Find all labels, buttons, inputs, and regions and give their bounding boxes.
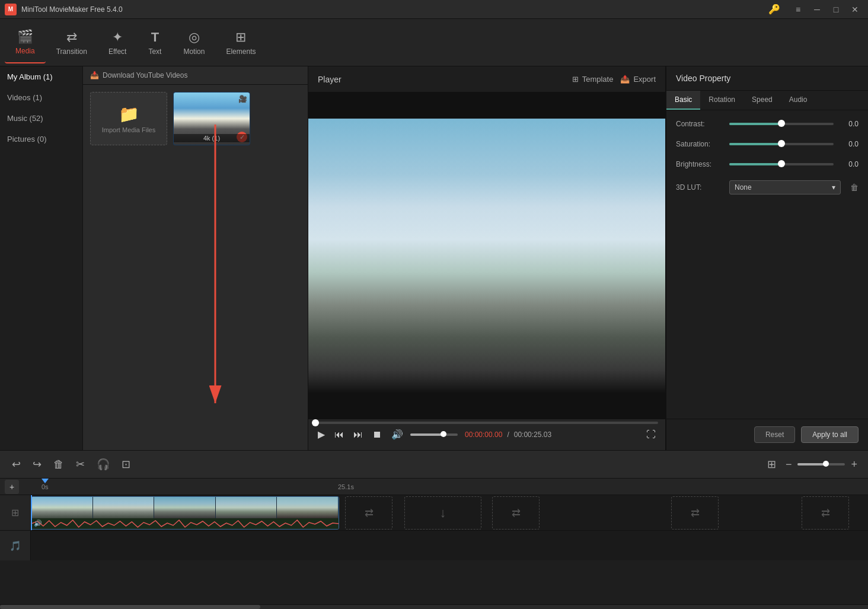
- transition-icon: ⇄: [66, 30, 77, 45]
- left-section: My Album (1) Videos (1) Music (52) Pictu…: [0, 66, 308, 450]
- progress-thumb[interactable]: [312, 419, 319, 426]
- zoom-out-button[interactable]: −: [782, 457, 796, 472]
- youtube-icon: 📥: [90, 71, 99, 79]
- zoom-thumb[interactable]: [823, 461, 829, 467]
- zoom-slider[interactable]: [797, 463, 845, 465]
- contrast-slider[interactable]: [729, 123, 834, 125]
- transition-slot-3-icon: ⇄: [691, 506, 700, 519]
- contrast-row: Contrast: 0.0: [676, 120, 859, 128]
- progress-bar[interactable]: [315, 422, 658, 424]
- toolbar-motion[interactable]: ◎ Motion: [173, 22, 215, 63]
- brightness-slider[interactable]: [729, 163, 834, 165]
- sidebar-item-album[interactable]: My Album (1): [0, 66, 82, 87]
- sidebar-item-music[interactable]: Music (52): [0, 108, 82, 129]
- cut-button[interactable]: ✂: [71, 455, 90, 473]
- lut-delete-button[interactable]: 🗑: [850, 183, 859, 192]
- transition-slot-4[interactable]: ⇄: [802, 496, 849, 530]
- saturation-thumb[interactable]: [778, 140, 785, 147]
- media-label: Media: [15, 47, 35, 55]
- text-icon: T: [151, 30, 159, 45]
- apply-all-button[interactable]: Apply to all: [801, 426, 859, 443]
- main-toolbar: 🎬 Media ⇄ Transition ✦ Effect T Text ◎ M…: [0, 19, 868, 66]
- property-tabs: Basic Rotation Speed Audio: [666, 91, 868, 110]
- toolbar-elements[interactable]: ⊞ Elements: [215, 22, 266, 63]
- undo-button[interactable]: ↩: [7, 455, 25, 473]
- clip-frame-1: [31, 497, 93, 518]
- tab-rotation[interactable]: Rotation: [700, 91, 743, 110]
- zoom-in-button[interactable]: +: [847, 457, 861, 472]
- toolbar-media[interactable]: 🎬 Media: [5, 22, 46, 63]
- tab-audio[interactable]: Audio: [781, 91, 816, 110]
- import-media-placeholder[interactable]: 📁 Import Media Files: [90, 92, 167, 145]
- volume-thumb[interactable]: [441, 431, 446, 437]
- template-icon: ⊞: [572, 75, 579, 84]
- minimize-button[interactable]: ─: [809, 3, 825, 16]
- sidebar-item-pictures[interactable]: Pictures (0): [0, 129, 82, 149]
- stop-button[interactable]: ⏹: [370, 428, 384, 441]
- maximize-button[interactable]: □: [828, 3, 844, 16]
- download-youtube-button[interactable]: 📥 Download YouTube Videos: [90, 71, 187, 79]
- timeline-header: + 0s 25.1s: [0, 479, 868, 495]
- player-title: Player: [318, 75, 342, 84]
- media-area: 📥 Download YouTube Videos 📁 Import Media…: [83, 66, 308, 450]
- horizontal-scrollbar[interactable]: [0, 604, 868, 609]
- app-title: MiniTool MovieMaker Free 5.4.0: [21, 5, 764, 14]
- clip-audio-strip: 🔊: [31, 518, 339, 529]
- transition-slot-1-icon: ⇄: [365, 506, 374, 519]
- lut-select[interactable]: None ▾: [729, 180, 841, 195]
- key-icon: 🔑: [768, 4, 780, 15]
- export-button[interactable]: 📤 Export: [620, 75, 656, 84]
- fullscreen-button[interactable]: ⛶: [644, 428, 658, 441]
- transition-slot-3[interactable]: ⇄: [671, 496, 719, 530]
- prev-frame-button[interactable]: ⏮: [332, 428, 346, 441]
- volume-button[interactable]: 🔊: [389, 428, 406, 441]
- speaker-icon: 🔊: [34, 519, 42, 527]
- timeline-time-mid: 25.1s: [338, 483, 354, 490]
- transition-slot-1[interactable]: ⇄: [345, 496, 392, 530]
- saturation-label: Saturation:: [676, 140, 723, 148]
- contrast-thumb[interactable]: [778, 120, 785, 127]
- delete-button[interactable]: 🗑: [49, 456, 69, 473]
- center-section: Player ⊞ Template 📤 Export: [308, 66, 666, 450]
- folder-icon: 📁: [119, 104, 139, 124]
- transition-slot-2[interactable]: ⇄: [492, 496, 540, 530]
- redo-button[interactable]: ↪: [28, 455, 46, 473]
- titlebar: M MiniTool MovieMaker Free 5.4.0 🔑 ≡ ─ □…: [0, 0, 868, 19]
- close-button[interactable]: ✕: [847, 3, 863, 16]
- player-actions: ⊞ Template 📤 Export: [572, 75, 656, 84]
- play-button[interactable]: ▶: [315, 428, 327, 441]
- video-thumbnail[interactable]: 🎥 ✓ 4k (1): [173, 92, 250, 145]
- menu-button[interactable]: ≡: [790, 3, 806, 16]
- scrollbar-thumb[interactable]: [0, 605, 260, 609]
- brightness-row: Brightness: 0.0: [676, 160, 859, 168]
- app-container: M MiniTool MovieMaker Free 5.4.0 🔑 ≡ ─ □…: [0, 0, 868, 609]
- import-slot[interactable]: ↓: [404, 496, 481, 530]
- next-frame-button[interactable]: ⏭: [351, 428, 365, 441]
- sidebar-item-videos[interactable]: Videos (1): [0, 87, 82, 108]
- zoom-fit-button[interactable]: ⊞: [764, 457, 780, 472]
- brightness-thumb[interactable]: [778, 160, 785, 167]
- toolbar-effect[interactable]: ✦ Effect: [98, 22, 137, 63]
- toolbar-transition[interactable]: ⇄ Transition: [46, 22, 98, 63]
- tab-speed[interactable]: Speed: [743, 91, 781, 110]
- trim-button[interactable]: ⊡: [117, 455, 135, 473]
- elements-label: Elements: [226, 47, 256, 56]
- export-icon: 📤: [620, 75, 630, 84]
- ocean-preview-main: [308, 93, 665, 419]
- transition-slot-4-icon: ⇄: [821, 506, 830, 519]
- saturation-value: 0.0: [840, 140, 859, 148]
- add-track-button[interactable]: +: [5, 480, 19, 494]
- time-separator: /: [507, 431, 509, 439]
- effect-icon: ✦: [112, 30, 123, 45]
- video-clip[interactable]: 🔊: [31, 496, 339, 530]
- template-button[interactable]: ⊞ Template: [572, 75, 614, 84]
- clip-frame-4: [216, 497, 277, 518]
- reset-button[interactable]: Reset: [754, 426, 795, 443]
- volume-slider[interactable]: [410, 433, 458, 436]
- zoom-fill: [797, 463, 826, 465]
- saturation-slider[interactable]: [729, 143, 834, 145]
- toolbar-text[interactable]: T Text: [137, 22, 173, 63]
- audio-button[interactable]: 🎧: [92, 455, 114, 473]
- clip-frame-5: [277, 497, 339, 518]
- tab-basic[interactable]: Basic: [666, 91, 700, 110]
